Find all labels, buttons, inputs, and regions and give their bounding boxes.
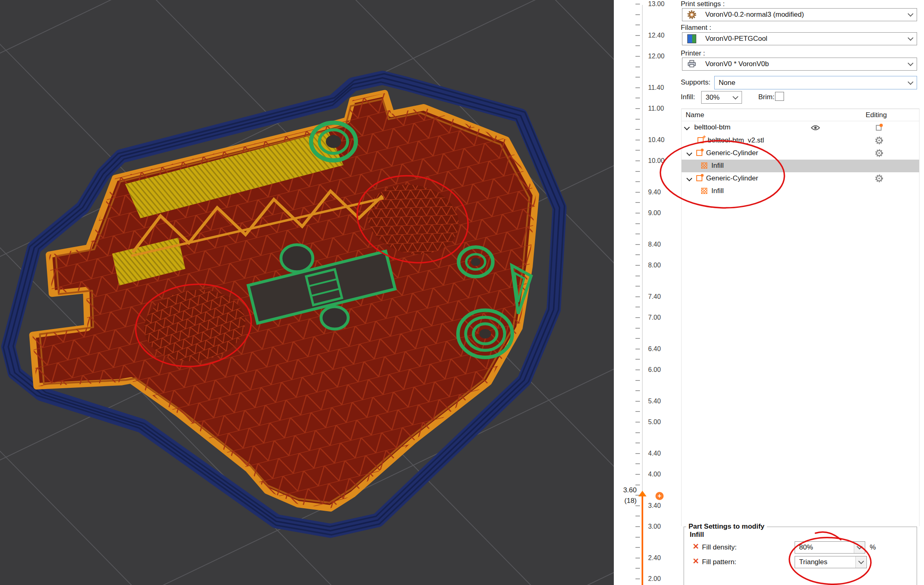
infill-icon bbox=[701, 188, 707, 194]
ruler-tick bbox=[635, 98, 640, 98]
ruler-label: 2.40 bbox=[648, 554, 661, 562]
infill-select[interactable]: 30% bbox=[701, 91, 742, 104]
ruler-tick bbox=[635, 390, 640, 391]
tree-row-object[interactable]: belttool-btm bbox=[682, 121, 919, 134]
tree-row-part[interactable]: belttool-btm_v2.stl bbox=[682, 134, 919, 147]
ruler-tick bbox=[635, 24, 640, 25]
gear-icon[interactable] bbox=[875, 136, 883, 146]
remove-setting-icon[interactable]: ✕ bbox=[693, 558, 700, 565]
ruler-label: 4.00 bbox=[648, 471, 661, 478]
add-layer-range-icon[interactable]: + bbox=[655, 492, 664, 500]
tree-row-label: Generic-Cylinder bbox=[706, 174, 758, 182]
tree-row-infill-selected[interactable]: Infill bbox=[682, 160, 919, 172]
print-settings-select[interactable]: VoronV0-0.2-normal3 (modified) bbox=[682, 8, 917, 21]
ruler-tick bbox=[635, 516, 640, 516]
ruler-tick bbox=[635, 276, 640, 276]
ruler-tick bbox=[635, 286, 640, 287]
ruler-tick bbox=[635, 369, 640, 370]
ruler-label: 3.40 bbox=[648, 502, 661, 509]
tree-row-label: Infill bbox=[711, 187, 724, 195]
remove-setting-icon[interactable]: ✕ bbox=[693, 543, 700, 550]
ruler-tick bbox=[635, 77, 640, 78]
tree-row-label: belttool-btm bbox=[694, 123, 731, 131]
chevron-down-icon[interactable] bbox=[686, 150, 692, 156]
tree-row-modifier[interactable]: Generic-Cylinder bbox=[682, 172, 919, 185]
ruler-tick bbox=[635, 474, 640, 475]
ruler-tick bbox=[635, 317, 640, 318]
ruler-label: 5.40 bbox=[648, 398, 661, 405]
modifier-icon bbox=[696, 175, 702, 181]
fill-density-value: 80% bbox=[799, 543, 813, 552]
ruler-tick bbox=[635, 578, 640, 579]
printer-select[interactable]: VoronV0 * VoronV0b bbox=[682, 58, 917, 71]
supports-select[interactable]: None bbox=[714, 76, 917, 89]
ruler-tick bbox=[635, 35, 640, 36]
tree-row-label: Infill bbox=[711, 162, 724, 170]
ruler-tick bbox=[635, 129, 640, 130]
slicer-app: 13.0012.4012.0011.4011.0010.4010.009.409… bbox=[0, 0, 924, 585]
percent-unit-label: % bbox=[870, 543, 876, 552]
fill-pattern-select[interactable]: Triangles bbox=[795, 556, 867, 568]
chevron-down-icon bbox=[908, 35, 913, 41]
infill-icon bbox=[701, 162, 707, 169]
fill-density-label: Fill density: bbox=[702, 543, 737, 552]
printer-value: VoronV0 * VoronV0b bbox=[705, 60, 769, 68]
chevron-down-icon[interactable] bbox=[684, 125, 690, 130]
part-icon bbox=[697, 137, 704, 143]
3d-viewport[interactable] bbox=[0, 0, 614, 585]
brim-checkbox[interactable] bbox=[775, 92, 784, 101]
tree-row-modifier[interactable]: Generic-Cylinder bbox=[682, 147, 919, 160]
ruler-tick bbox=[635, 223, 640, 224]
object-tree: Name Editing belttool-btm bbox=[681, 109, 920, 526]
slider-track-active[interactable] bbox=[642, 496, 643, 585]
ruler-tick bbox=[635, 181, 640, 182]
settings-panel: Print settings : VoronV0-0.2-normal3 (mo… bbox=[680, 0, 924, 585]
ruler-tick bbox=[635, 14, 640, 15]
current-layer-height: 3.60 bbox=[614, 486, 637, 494]
ruler-tick bbox=[635, 453, 640, 454]
eye-icon[interactable] bbox=[811, 125, 820, 133]
ruler-label: 11.00 bbox=[648, 105, 664, 112]
ruler-tick bbox=[635, 244, 640, 245]
ruler-tick bbox=[635, 411, 640, 412]
filament-value: VoronV0-PETGCool bbox=[705, 35, 767, 43]
slider-track[interactable] bbox=[642, 5, 643, 496]
ruler-tick bbox=[635, 108, 640, 109]
infill-category-label: Infill bbox=[690, 531, 704, 539]
gear-icon[interactable] bbox=[875, 149, 883, 159]
print-settings-label: Print settings : bbox=[681, 0, 725, 8]
ruler-label: 6.00 bbox=[648, 366, 661, 374]
ruler-tick bbox=[635, 328, 640, 329]
ruler-label: 10.00 bbox=[648, 157, 664, 165]
infill-label: Infill: bbox=[681, 93, 695, 101]
layer-marker-icon[interactable] bbox=[638, 491, 646, 496]
ruler-tick bbox=[635, 558, 640, 558]
layer-slider[interactable]: 13.0012.4012.0011.4011.0010.4010.009.409… bbox=[614, 0, 680, 585]
ruler-tick bbox=[635, 349, 640, 349]
ruler-tick bbox=[635, 338, 640, 339]
fill-pattern-label: Fill pattern: bbox=[702, 558, 736, 566]
ruler-label: 8.40 bbox=[648, 241, 661, 248]
ruler-tick bbox=[635, 526, 640, 527]
tree-row-infill[interactable]: Infill bbox=[682, 185, 919, 198]
gear-icon[interactable] bbox=[875, 174, 883, 184]
editing-column-header: Editing bbox=[866, 111, 887, 119]
ruler-label: 9.40 bbox=[648, 189, 661, 196]
filament-select[interactable]: VoronV0-PETGCool bbox=[682, 32, 917, 45]
ruler-tick bbox=[635, 265, 640, 266]
ruler-label: 3.00 bbox=[648, 523, 661, 530]
ruler-tick bbox=[635, 202, 640, 203]
fill-density-select[interactable]: 80% bbox=[795, 541, 865, 554]
ruler-tick bbox=[635, 568, 640, 569]
ruler-label: 2.00 bbox=[648, 575, 661, 583]
ruler-tick bbox=[635, 67, 640, 67]
ruler-tick bbox=[635, 463, 640, 464]
ruler-label: 10.40 bbox=[648, 136, 664, 144]
ruler-tick bbox=[635, 537, 640, 538]
object-settings-icon[interactable] bbox=[875, 123, 883, 133]
ruler-tick bbox=[635, 150, 640, 151]
chevron-down-icon[interactable] bbox=[686, 176, 692, 181]
ruler-label: 6.40 bbox=[648, 345, 661, 353]
ruler-tick bbox=[635, 56, 640, 57]
ruler-tick bbox=[635, 140, 640, 140]
